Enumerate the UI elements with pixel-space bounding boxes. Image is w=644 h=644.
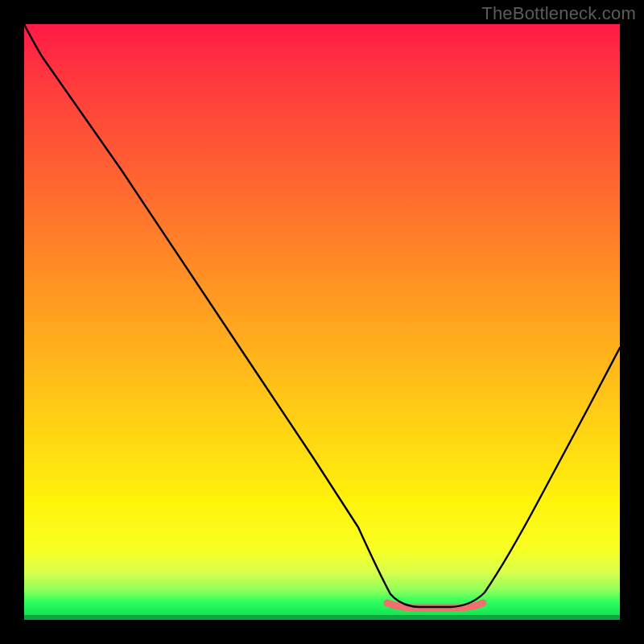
watermark-text: TheBottleneck.com (481, 3, 636, 24)
chart-frame: TheBottleneck.com (0, 0, 644, 644)
plot-area (24, 24, 620, 620)
main-curve (24, 24, 620, 607)
bottleneck-curve (24, 24, 620, 620)
